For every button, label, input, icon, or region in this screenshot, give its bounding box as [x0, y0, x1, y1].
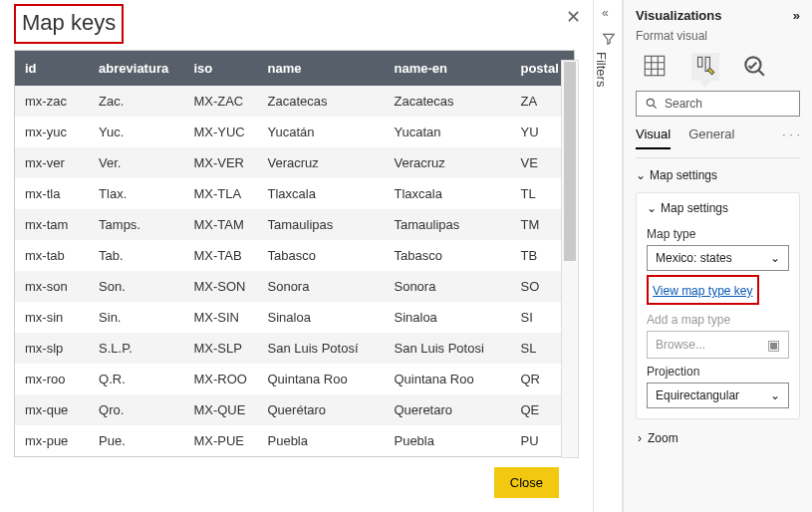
dialog-title: Map keys — [14, 4, 124, 44]
browse-placeholder: Browse... — [656, 338, 705, 352]
close-button[interactable]: Close — [494, 467, 559, 498]
col-name[interactable]: name — [258, 51, 385, 86]
col-abreviatura[interactable]: abreviatura — [89, 51, 183, 86]
cell-id: mx-tla — [15, 178, 89, 209]
col-iso[interactable]: iso — [183, 51, 257, 86]
table-row[interactable]: mx-tabTab.MX-TABTabascoTabascoTB — [15, 240, 574, 271]
cell-id: mx-son — [15, 271, 89, 302]
cell-abrev: Tlax. — [89, 178, 183, 209]
col-id[interactable]: id — [15, 51, 89, 86]
chevron-down-icon: ⌄ — [647, 201, 657, 215]
cell-iso: MX-SLP — [183, 333, 257, 364]
cell-iso: MX-YUC — [183, 117, 257, 147]
col-name-en[interactable]: name-en — [384, 51, 510, 86]
table-row[interactable]: mx-zacZac.MX-ZACZacatecasZacatecasZA — [15, 86, 574, 117]
panel-subtitle: Format visual — [636, 29, 800, 49]
cell-name_en: Sonora — [384, 271, 510, 302]
cell-id: mx-roo — [15, 364, 89, 394]
table-row[interactable]: mx-puePue.MX-PUEPueblaPueblaPU — [15, 425, 574, 456]
zoom-header[interactable]: › Zoom — [636, 419, 800, 445]
more-icon[interactable]: · · · — [782, 127, 800, 149]
table-row[interactable]: mx-sonSon.MX-SONSonoraSonoraSO — [15, 271, 574, 302]
search-placeholder: Search — [665, 97, 702, 111]
cell-name: Veracruz — [258, 147, 385, 178]
projection-value: Equirectangular — [656, 388, 739, 402]
format-visual-icon[interactable] — [691, 53, 719, 81]
cell-id: mx-tam — [15, 209, 89, 240]
chevron-left-icon[interactable]: « — [602, 6, 609, 20]
tab-general[interactable]: General — [688, 127, 734, 149]
cell-iso: MX-TAM — [183, 209, 257, 240]
table-row[interactable]: mx-tlaTlax.MX-TLATlaxcalaTlaxcalaTL — [15, 178, 574, 209]
table-row[interactable]: mx-tamTamps.MX-TAMTamaulipasTamaulipasTM — [15, 209, 574, 240]
map-settings-card-label: Map settings — [661, 201, 728, 215]
cell-abrev: Tamps. — [89, 209, 183, 240]
cell-name_en: Tamaulipas — [384, 209, 510, 240]
cell-name_en: San Luis Potosi — [384, 333, 510, 364]
build-visual-icon[interactable] — [642, 53, 670, 81]
table-row[interactable]: mx-sinSin.MX-SINSinaloaSinaloaSI — [15, 302, 574, 333]
cell-iso: MX-TLA — [183, 178, 257, 209]
projection-select[interactable]: Equirectangular ⌄ — [647, 383, 789, 408]
projection-label: Projection — [647, 359, 789, 383]
map-type-select[interactable]: Mexico: states ⌄ — [647, 245, 789, 271]
cell-name: San Luis Potosí — [258, 333, 385, 364]
cell-iso: MX-ZAC — [183, 86, 257, 117]
cell-name_en: Veracruz — [384, 147, 510, 178]
table-row[interactable]: mx-rooQ.R.MX-ROOQuintana RooQuintana Roo… — [15, 364, 574, 394]
cell-name: Sinaloa — [258, 302, 385, 333]
cell-name_en: Yucatan — [384, 117, 510, 147]
cell-name: Puebla — [258, 425, 385, 456]
add-map-type-label: Add a map type — [647, 307, 789, 331]
map-settings-header-inner[interactable]: ⌄ Map settings — [647, 201, 789, 221]
table-row[interactable]: mx-queQro.MX-QUEQuerétaroQueretaroQE — [15, 394, 574, 425]
cell-name_en: Puebla — [384, 425, 510, 456]
zoom-label: Zoom — [648, 431, 678, 445]
cell-name_en: Sinaloa — [384, 302, 510, 333]
cell-iso: MX-QUE — [183, 394, 257, 425]
cell-id: mx-tab — [15, 240, 89, 271]
chevron-down-icon: ⌄ — [770, 251, 780, 265]
cell-iso: MX-TAB — [183, 240, 257, 271]
view-map-type-key-link[interactable]: View map type key — [653, 278, 753, 302]
close-icon[interactable]: ✕ — [566, 6, 581, 28]
cell-name_en: Quintana Roo — [384, 364, 510, 394]
table-scrollbar[interactable] — [561, 60, 579, 458]
svg-point-4 — [647, 99, 654, 106]
table-row[interactable]: mx-slpS.L.P.MX-SLPSan Luis PotosíSan Lui… — [15, 333, 574, 364]
search-input[interactable]: Search — [636, 91, 800, 117]
scrollbar-thumb[interactable] — [564, 62, 576, 261]
cell-name: Tlaxcala — [258, 178, 385, 209]
cell-abrev: S.L.P. — [89, 333, 183, 364]
table-row[interactable]: mx-yucYuc.MX-YUCYucatánYucatanYU — [15, 117, 574, 147]
cell-name: Sonora — [258, 271, 385, 302]
cell-abrev: Q.R. — [89, 364, 183, 394]
filter-icon — [602, 32, 616, 49]
chevron-right-icon[interactable]: » — [793, 8, 800, 23]
cell-name_en: Tlaxcala — [384, 178, 510, 209]
map-settings-header-outer[interactable]: ⌄ Map settings — [636, 158, 800, 188]
cell-id: mx-pue — [15, 425, 89, 456]
analytics-icon[interactable] — [741, 53, 769, 81]
cell-name: Querétaro — [258, 394, 385, 425]
filters-pane-collapsed[interactable]: « Filters — [593, 0, 623, 512]
cell-name: Quintana Roo — [258, 364, 385, 394]
svg-rect-1 — [698, 57, 702, 67]
cell-name: Zacatecas — [258, 86, 385, 117]
tab-visual[interactable]: Visual — [636, 127, 671, 149]
cell-name: Tabasco — [258, 240, 385, 271]
browse-map-type[interactable]: Browse... ▣ — [647, 331, 789, 359]
cell-abrev: Pue. — [89, 425, 183, 456]
cell-abrev: Sin. — [89, 302, 183, 333]
map-keys-dialog: Map keys ✕ id abreviatura iso name name-… — [0, 0, 593, 504]
cell-id: mx-zac — [15, 86, 89, 117]
chevron-down-icon: ⌄ — [770, 388, 780, 402]
chevron-down-icon: ⌄ — [636, 168, 646, 182]
cell-name: Yucatán — [258, 117, 385, 147]
cell-iso: MX-PUE — [183, 425, 257, 456]
table-row[interactable]: mx-verVer.MX-VERVeracruzVeracruzVE — [15, 147, 574, 178]
map-keys-table: id abreviatura iso name name-en postal m… — [14, 50, 575, 457]
cell-abrev: Tab. — [89, 240, 183, 271]
cell-iso: MX-VER — [183, 147, 257, 178]
map-settings-label: Map settings — [650, 168, 717, 182]
